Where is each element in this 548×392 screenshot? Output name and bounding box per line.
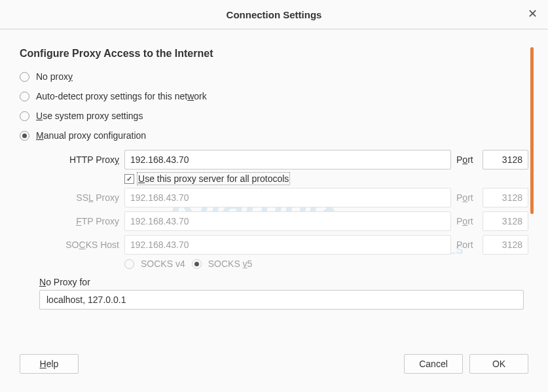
socks-v4-label: SOCKS v4 xyxy=(141,258,185,269)
help-button[interactable]: Help xyxy=(20,354,79,374)
ftp-proxy-input xyxy=(124,211,451,231)
socks-port-input xyxy=(483,235,528,255)
socks-port-label: Port xyxy=(456,240,477,250)
radio-auto-detect[interactable]: Auto-detect proxy settings for this netw… xyxy=(20,91,528,101)
window-title: Connection Settings xyxy=(227,9,322,20)
ok-button[interactable]: OK xyxy=(469,354,528,374)
socks-version-row: SOCKS v4 SOCKS v5 xyxy=(124,258,528,269)
radio-label: No proxy xyxy=(36,71,73,82)
ftp-port-input xyxy=(483,211,528,231)
socks-v5-radio xyxy=(192,259,202,269)
radio-label: Use system proxy settings xyxy=(36,111,143,121)
http-port-label: Port xyxy=(456,154,477,165)
ssl-proxy-row: SSL Proxy Port xyxy=(41,188,528,207)
http-proxy-input[interactable] xyxy=(124,150,451,169)
checkbox-icon[interactable] xyxy=(124,174,134,184)
section-title: Configure Proxy Access to the Internet xyxy=(20,48,528,60)
socks-host-row: SOCKS Host Port xyxy=(41,235,528,255)
ssl-proxy-input xyxy=(124,188,451,207)
radio-label: Manual proxy configuration xyxy=(36,130,146,141)
http-proxy-row: HTTP Proxy Port xyxy=(41,150,528,169)
radio-system-proxy[interactable]: Use system proxy settings xyxy=(20,111,528,121)
socks-host-label: SOCKS Host xyxy=(41,240,119,250)
no-proxy-input[interactable] xyxy=(39,290,524,310)
close-icon[interactable]: ✕ xyxy=(526,8,539,21)
use-all-label: Use this proxy server for all protocols xyxy=(138,173,289,184)
socks-host-input xyxy=(124,235,451,255)
ftp-proxy-label: FTP Proxy xyxy=(41,216,119,226)
ssl-port-label: Port xyxy=(456,192,477,203)
cancel-button[interactable]: Cancel xyxy=(404,354,463,374)
ftp-port-label: Port xyxy=(456,216,477,226)
socks-v5-label: SOCKS v5 xyxy=(208,258,253,269)
socks-v4-radio xyxy=(124,259,134,269)
radio-manual-proxy[interactable]: Manual proxy configuration xyxy=(20,130,528,141)
content: Kifarunix *NIX TIPS & TUTORIALS Configur… xyxy=(0,29,548,316)
ssl-port-input xyxy=(483,188,528,207)
footer: Help Cancel OK xyxy=(20,354,528,374)
use-all-protocols-row[interactable]: Use this proxy server for all protocols xyxy=(124,173,528,184)
radio-no-proxy[interactable]: No proxy xyxy=(20,71,528,82)
ftp-proxy-row: FTP Proxy Port xyxy=(41,211,528,231)
titlebar: Connection Settings ✕ xyxy=(0,0,548,29)
ssl-proxy-label: SSL Proxy xyxy=(41,192,119,203)
radio-label: Auto-detect proxy settings for this netw… xyxy=(36,91,207,101)
proxy-form: HTTP Proxy Port Use this proxy server fo… xyxy=(41,150,528,269)
radio-icon[interactable] xyxy=(20,131,29,141)
no-proxy-section: No Proxy for xyxy=(39,277,528,310)
radio-icon[interactable] xyxy=(20,111,29,121)
radio-icon[interactable] xyxy=(20,72,29,82)
http-port-input[interactable] xyxy=(483,150,528,169)
radio-icon[interactable] xyxy=(20,92,29,101)
http-proxy-label: HTTP Proxy xyxy=(41,154,119,165)
no-proxy-label: No Proxy for xyxy=(39,277,528,287)
spacer xyxy=(85,354,397,374)
